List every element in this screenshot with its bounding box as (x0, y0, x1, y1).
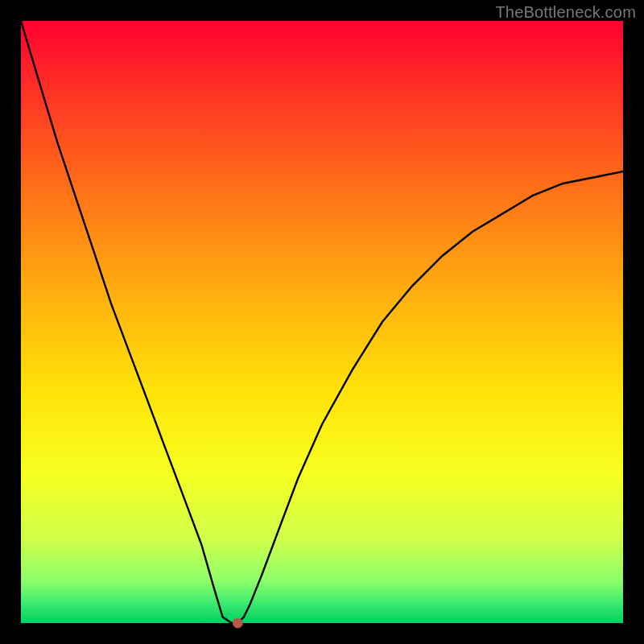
chart-frame: TheBottleneck.com (0, 0, 644, 644)
watermark-text: TheBottleneck.com (495, 3, 636, 22)
curve-svg (21, 21, 623, 623)
marker-dot (233, 618, 242, 628)
plot-area (21, 21, 623, 623)
bottleneck-curve (21, 21, 623, 623)
